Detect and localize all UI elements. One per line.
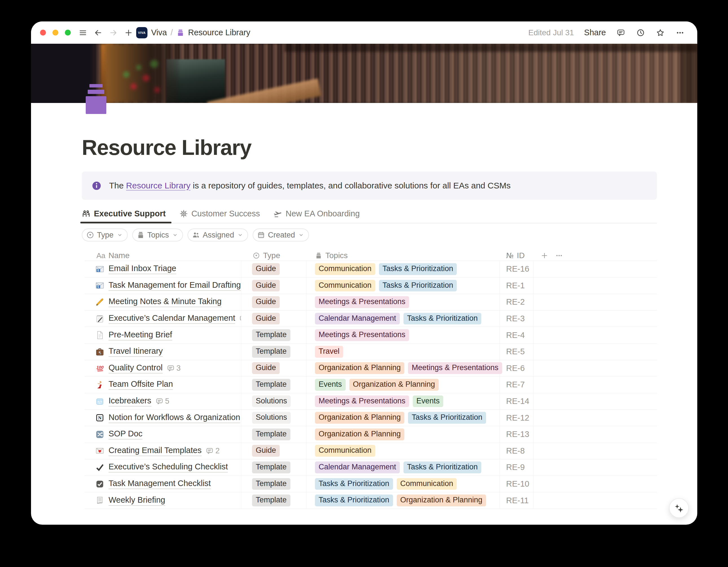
row-name-link[interactable]: Meeting Notes & Minute Taking [109, 297, 222, 307]
writing-hand-icon [95, 298, 104, 307]
type-cell: Template [241, 327, 306, 343]
chevron-down-icon [116, 231, 123, 238]
minimize-window-button[interactable] [52, 30, 58, 36]
table-row[interactable]: Team Offsite PlanTemplateEventsOrganizat… [85, 377, 657, 393]
share-button[interactable]: Share [584, 28, 606, 37]
table-row[interactable]: Task Management ChecklistTemplateTasks &… [85, 476, 657, 493]
type-cell: Template [241, 377, 306, 393]
table-row[interactable]: Icebreakers5SolutionsMeetings & Presenta… [85, 393, 657, 410]
notepad-icon [95, 314, 104, 323]
topic-badge: Organization & Planning [315, 362, 404, 374]
comment-count-badge[interactable]: 5 [156, 397, 169, 406]
row-name-link[interactable]: Quality Control [109, 363, 163, 374]
breadcrumb-page[interactable]: Resource Library [188, 28, 250, 37]
select-icon [86, 231, 94, 239]
table-row[interactable]: Executive’s Calendar Management1GuideCal… [85, 311, 657, 327]
row-name-link[interactable]: Weekly Briefing [109, 495, 165, 506]
svg-text:100: 100 [96, 365, 104, 370]
table-row[interactable]: Weekly BriefingTemplateTasks & Prioritiz… [85, 492, 657, 509]
updates-clock-icon[interactable] [636, 28, 645, 37]
row-name-link[interactable]: Task Management for Email Drafting [109, 280, 241, 291]
page-title[interactable]: Resource Library [82, 135, 657, 160]
more-options-icon[interactable] [675, 28, 685, 37]
comment-count-badge[interactable]: 1 [239, 314, 241, 323]
forward-icon[interactable] [109, 28, 118, 37]
row-name-link[interactable]: Executive’s Calendar Management [109, 314, 235, 324]
topic-badge: Meetings & Presentations [315, 396, 409, 407]
row-name-link[interactable]: Executive’s Scheduling Checklist [109, 462, 228, 473]
new-page-icon[interactable] [124, 28, 133, 37]
comment-count-badge[interactable]: 2 [206, 447, 220, 455]
row-name-link[interactable]: Travel Itinerary [109, 347, 163, 357]
chevron-down-icon [172, 231, 178, 238]
airplane-departure-icon [273, 209, 282, 218]
column-header-type[interactable]: Type [241, 250, 306, 260]
archive-icon [177, 29, 184, 37]
empty-cell [533, 476, 657, 492]
email-icon: E [95, 281, 104, 290]
chevron-down-icon [237, 231, 244, 238]
row-name-link[interactable]: Notion for Workflows & Organization [109, 413, 240, 423]
row-name-link[interactable]: Pre-Meeting Brief [109, 330, 172, 341]
table-row[interactable]: Creating Email Templates2GuideCommunicat… [85, 443, 657, 460]
tab-customer-success[interactable]: Customer Success [179, 206, 262, 223]
notion-ai-button[interactable] [669, 498, 689, 518]
comment-count-badge[interactable]: 3 [167, 364, 181, 373]
type-badge: Template [252, 429, 290, 440]
row-name-link[interactable]: SOP Doc [109, 429, 142, 440]
table-row[interactable]: 100Quality Control3GuideOrganization & P… [85, 360, 657, 377]
sidebar-toggle-icon[interactable] [78, 28, 88, 37]
topic-badge: Communication [315, 263, 375, 275]
close-window-button[interactable] [40, 30, 46, 36]
comments-icon[interactable] [616, 28, 626, 37]
empty-cell [533, 393, 657, 410]
table-options-icon[interactable] [555, 252, 563, 259]
column-header-name[interactable]: Aa Name [85, 250, 241, 260]
tab-executive-support[interactable]: Executive Support [82, 206, 168, 223]
zoom-window-button[interactable] [65, 30, 71, 36]
table-row[interactable]: Executive’s Scheduling ChecklistTemplate… [85, 459, 657, 476]
svg-text:N: N [98, 416, 102, 421]
row-id: RE-6 [500, 360, 533, 377]
resource-library-link[interactable]: Resource Library [126, 181, 190, 190]
row-name-link[interactable]: Icebreakers [109, 396, 151, 407]
page-icon-archive[interactable] [86, 84, 106, 114]
row-name-link[interactable]: Creating Email Templates [109, 446, 202, 456]
column-header-id[interactable]: № ID [500, 250, 533, 260]
type-badge: Guide [252, 362, 280, 374]
workspace-logo[interactable]: VIVA [136, 27, 147, 38]
table-row[interactable]: EEmail Inbox TriageGuideCommunicationTas… [85, 261, 657, 277]
filter-bar: Type Topics Assigned Created [82, 228, 657, 241]
table-row[interactable]: Travel ItineraryTemplateTravelRE-5 [85, 344, 657, 360]
table-row[interactable]: ETask Management for Email DraftingGuide… [85, 277, 657, 294]
table-row[interactable]: SOP DocTemplateOrganization & PlanningRE… [85, 426, 657, 443]
filter-created[interactable]: Created [253, 228, 309, 241]
add-column-icon[interactable] [541, 252, 548, 259]
row-name-link[interactable]: Team Offsite Plan [109, 380, 173, 390]
row-id: RE-14 [500, 393, 533, 410]
breadcrumb-workspace[interactable]: Viva [151, 28, 167, 37]
tab-new-ea-onboarding[interactable]: New EA Onboarding [273, 206, 362, 223]
type-cell: Guide [241, 360, 306, 377]
topic-badge: Calendar Management [315, 313, 400, 325]
row-id: RE-11 [500, 492, 533, 509]
table-row[interactable]: Pre-Meeting BriefTemplateMeetings & Pres… [85, 327, 657, 344]
last-edited-label: Edited Jul 31 [528, 28, 574, 37]
favorite-star-icon[interactable] [656, 28, 665, 37]
filter-assigned[interactable]: Assigned [187, 228, 248, 241]
dancer-icon [95, 380, 104, 389]
back-icon[interactable] [93, 28, 103, 37]
page-cover-image[interactable] [31, 44, 697, 103]
empty-cell [533, 311, 657, 327]
type-badge: Guide [252, 263, 280, 275]
row-name-link[interactable]: Task Management Checklist [109, 479, 211, 489]
row-name-link[interactable]: Email Inbox Triage [109, 264, 176, 274]
notion-app-window: VIVA Viva / Resource Library Edited Jul … [31, 21, 697, 525]
table-row[interactable]: Meeting Notes & Minute TakingGuideMeetin… [85, 294, 657, 311]
filter-type[interactable]: Type [82, 228, 128, 241]
column-header-topics[interactable]: Topics [306, 250, 500, 260]
svg-text:E: E [98, 286, 100, 289]
topic-badge: Tasks & Prioritization [379, 280, 457, 292]
filter-topics[interactable]: Topics [132, 228, 183, 241]
table-row[interactable]: NNotion for Workflows & OrganizationSolu… [85, 410, 657, 426]
